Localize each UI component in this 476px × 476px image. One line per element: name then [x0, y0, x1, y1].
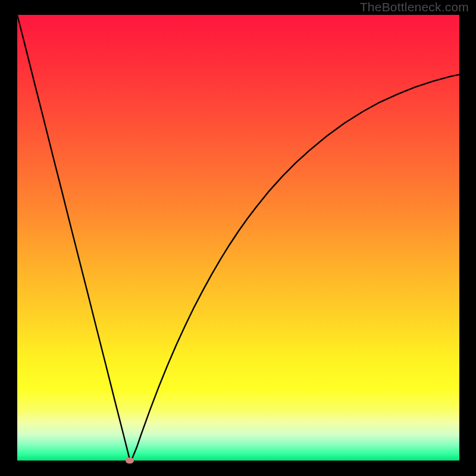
- gradient-bg: [17, 15, 459, 461]
- plot-area: [17, 15, 459, 461]
- minimum-marker: [126, 458, 134, 464]
- plot-svg: [17, 15, 459, 461]
- watermark-text: TheBottleneck.com: [360, 0, 469, 14]
- chart-frame: TheBottleneck.com: [0, 0, 476, 476]
